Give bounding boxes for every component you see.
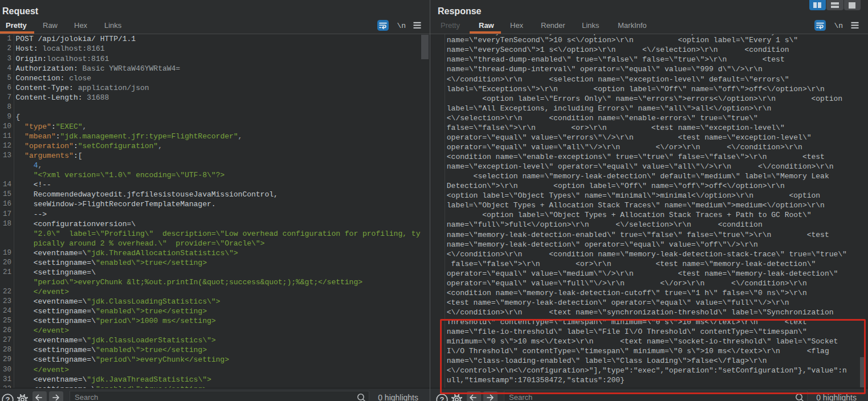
svg-text:?: ? [440,395,445,401]
svg-text:?: ? [6,395,10,401]
